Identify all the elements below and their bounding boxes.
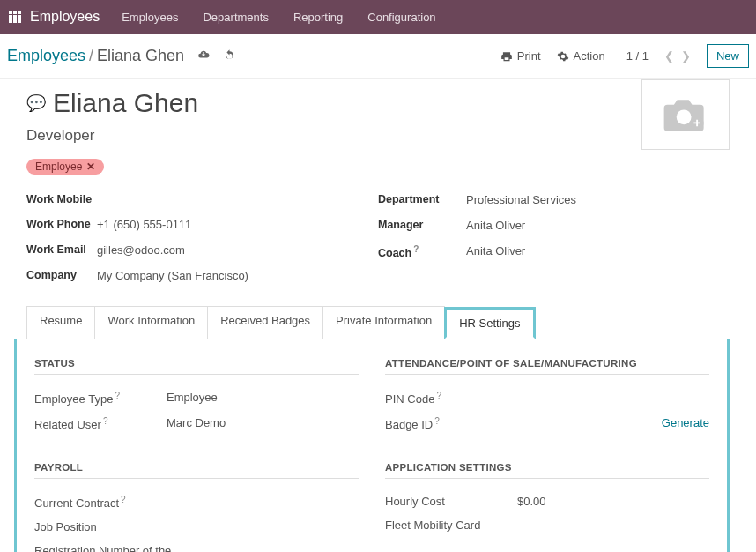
breadcrumb-leaf: Eliana Ghen <box>97 47 184 65</box>
manager-value[interactable]: Anita Oliver <box>466 219 525 232</box>
menu-reporting[interactable]: Reporting <box>293 11 343 24</box>
print-button[interactable]: Print <box>500 49 541 63</box>
prev-page[interactable]: ❮ <box>664 49 674 63</box>
coach-label: Coach? <box>378 244 466 259</box>
status-heading: STATUS <box>34 358 359 375</box>
work-email-value[interactable]: gilles@odoo.com <box>97 243 185 257</box>
camera-plus-icon <box>659 93 712 136</box>
work-phone-label: Work Phone <box>26 218 97 231</box>
generate-badge-link[interactable]: Generate <box>662 416 709 429</box>
help-icon[interactable]: ? <box>413 244 419 254</box>
registration-number-label: Registration Number of the Employee <box>34 544 184 552</box>
pin-code-label: PIN Code? <box>385 391 517 406</box>
left-info-col: Work Mobile Work Phone+1 (650) 555-0111 … <box>26 187 378 288</box>
tab-received-badges[interactable]: Received Badges <box>207 306 323 339</box>
form-sheet: 💬 Eliana Ghen Developer Employee ✕ Work … <box>0 79 756 552</box>
svg-point-0 <box>677 109 692 124</box>
manager-label: Manager <box>378 219 466 232</box>
pager-text: 1 / 1 <box>626 49 649 63</box>
related-user-value[interactable]: Marc Demo <box>167 416 226 429</box>
employee-type-value[interactable]: Employee <box>167 391 218 404</box>
printer-icon <box>500 50 513 63</box>
apps-icon[interactable] <box>9 11 21 23</box>
discard-icon[interactable] <box>223 48 236 64</box>
presence-icon: 💬 <box>26 93 46 113</box>
company-value[interactable]: My Company (San Francisco) <box>97 269 248 282</box>
job-title[interactable]: Developer <box>26 127 730 145</box>
department-value[interactable]: Professional Services <box>466 193 576 206</box>
tag-label: Employee <box>35 160 82 173</box>
attendance-heading: ATTENDANCE/POINT OF SALE/MANUFACTURING <box>385 358 709 375</box>
right-info-col: DepartmentProfessional Services ManagerA… <box>378 187 730 288</box>
work-phone-value[interactable]: +1 (650) 555-0111 <box>97 218 191 231</box>
tab-work-information[interactable]: Work Information <box>94 306 208 339</box>
tab-private-information[interactable]: Private Information <box>322 306 445 339</box>
payroll-heading: PAYROLL <box>34 462 359 479</box>
breadcrumb-sep: / <box>89 47 93 65</box>
hr-settings-panel: STATUS Employee Type? Employee Related U… <box>14 339 730 552</box>
help-icon[interactable]: ? <box>436 391 441 400</box>
action-button[interactable]: Action <box>557 49 605 63</box>
tab-resume[interactable]: Resume <box>26 306 95 339</box>
help-icon[interactable]: ? <box>103 416 108 426</box>
tag-remove-icon[interactable]: ✕ <box>86 160 95 173</box>
next-page[interactable]: ❯ <box>681 49 691 63</box>
print-label: Print <box>517 49 541 63</box>
top-nav: Employees Employees Departments Reportin… <box>0 0 756 34</box>
help-icon[interactable]: ? <box>434 416 440 426</box>
hr-right-col: ATTENDANCE/POINT OF SALE/MANUFACTURING P… <box>385 358 709 552</box>
notebook-tabs: Resume Work Information Received Badges … <box>26 306 730 339</box>
work-mobile-label: Work Mobile <box>26 193 97 205</box>
gear-icon <box>557 50 569 63</box>
employee-tag[interactable]: Employee ✕ <box>26 159 104 175</box>
help-icon[interactable]: ? <box>115 391 120 400</box>
app-settings-heading: APPLICATION SETTINGS <box>385 462 709 479</box>
top-menu: Employees Departments Reporting Configur… <box>122 11 435 24</box>
hr-left-col: STATUS Employee Type? Employee Related U… <box>34 358 359 552</box>
hourly-cost-value[interactable]: $0.00 <box>517 495 546 508</box>
coach-value[interactable]: Anita Oliver <box>466 244 525 259</box>
tab-hr-settings[interactable]: HR Settings <box>444 307 535 339</box>
breadcrumb-root[interactable]: Employees <box>7 47 85 65</box>
action-label: Action <box>574 49 605 63</box>
hourly-cost-label: Hourly Cost <box>385 495 517 508</box>
related-user-label: Related User? <box>34 416 167 431</box>
cloud-upload-icon[interactable] <box>196 48 211 63</box>
current-contract-label: Current Contract? <box>34 495 167 510</box>
control-bar: Employees / Eliana Ghen Print Action 1 /… <box>0 34 756 79</box>
employee-name[interactable]: Eliana Ghen <box>53 88 198 118</box>
avatar-upload[interactable] <box>641 79 730 150</box>
work-email-label: Work Email <box>26 243 97 257</box>
new-button[interactable]: New <box>707 44 749 68</box>
module-name[interactable]: Employees <box>30 9 100 25</box>
menu-employees[interactable]: Employees <box>122 11 178 24</box>
menu-departments[interactable]: Departments <box>203 11 268 24</box>
department-label: Department <box>378 193 466 206</box>
company-label: Company <box>26 269 97 282</box>
badge-id-label: Badge ID? <box>385 416 517 431</box>
job-position-label: Job Position <box>34 520 167 533</box>
menu-configuration[interactable]: Configuration <box>367 11 435 24</box>
help-icon[interactable]: ? <box>121 495 126 504</box>
fleet-card-label: Fleet Mobility Card <box>385 518 517 532</box>
employee-type-label: Employee Type? <box>34 391 167 406</box>
